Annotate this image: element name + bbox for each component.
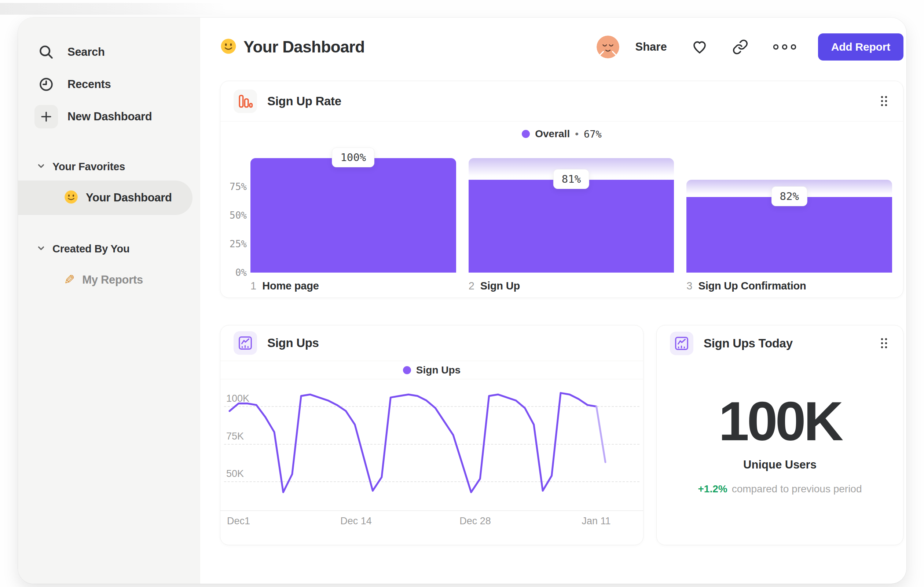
background-artifact <box>0 3 227 15</box>
funnel-bar-fill <box>469 180 674 273</box>
legend-label: Overall <box>535 128 570 140</box>
legend-dot <box>403 366 411 374</box>
funnel-step-name: Home page <box>262 280 319 292</box>
legend-value: 67% <box>584 128 602 140</box>
page-title: Your Dashboard <box>220 38 365 56</box>
funnel-bar: 100% <box>251 158 456 273</box>
funnel-step-name: Sign Up <box>480 280 520 292</box>
screen: Search Recents New Dashboard <box>0 0 924 587</box>
funnel-card: Sign Up Rate Overall • 67% 75%50%25%0% 1… <box>220 81 903 298</box>
sidebar-item-label: My Reports <box>82 273 143 286</box>
gridline <box>224 444 639 445</box>
funnel-value-tooltip: 100% <box>332 147 375 167</box>
sidebar-item-recents[interactable]: Recents <box>18 68 200 101</box>
stat-value: 100K <box>657 390 903 453</box>
gridline <box>224 406 639 407</box>
smiley-emoji-icon <box>220 38 237 56</box>
card-title: Sign Ups Today <box>704 336 793 351</box>
stat-card-header: Sign Ups Today <box>657 326 903 361</box>
drag-handle-icon[interactable] <box>878 335 890 351</box>
search-icon <box>35 40 58 64</box>
funnel-bar-fill <box>251 158 456 273</box>
avatar[interactable] <box>597 36 619 58</box>
section-label: Your Favorites <box>53 161 125 173</box>
chevron-down-icon <box>36 161 46 172</box>
share-button[interactable]: Share <box>635 40 667 54</box>
legend-separator: • <box>575 128 579 140</box>
clock-icon <box>35 73 58 96</box>
more-options-icon[interactable] <box>772 43 797 51</box>
cards-row: Sign Ups Sign Ups 100K75K50KDec1Dec 14De… <box>220 325 903 545</box>
funnel-y-tick: 25% <box>226 238 247 250</box>
funnel-y-tick: 0% <box>226 267 247 278</box>
line-x-tick: Dec 14 <box>340 516 372 527</box>
funnel-bar: 82% <box>686 158 892 273</box>
sidebar: Search Recents New Dashboard <box>18 18 200 584</box>
funnel-step-label: 3Sign Up Confirmation <box>686 280 892 292</box>
line-chart-card: Sign Ups Sign Ups 100K75K50KDec1Dec 14De… <box>220 325 644 545</box>
funnel-y-axis: 75%50%25%0% <box>226 158 247 273</box>
funnel-bar-fill <box>686 197 892 273</box>
funnel-y-tick: 75% <box>226 181 247 192</box>
stat-delta-row: +1.2%compared to previous period <box>657 483 903 495</box>
line-x-tick: Jan 11 <box>582 516 610 527</box>
link-icon[interactable] <box>732 39 748 55</box>
funnel-step-label: 1Home page <box>251 280 456 292</box>
section-your-favorites[interactable]: Your Favorites <box>18 155 200 178</box>
gridline <box>224 481 639 482</box>
stat-card: Sign Ups Today 100K Unique Users +1.2%co… <box>656 325 903 545</box>
chevron-down-icon <box>36 243 46 254</box>
funnel-step-name: Sign Up Confirmation <box>698 280 806 292</box>
line-chart-icon <box>670 332 693 355</box>
legend-dot <box>522 130 530 138</box>
section-created-by-you[interactable]: Created By You <box>18 238 200 260</box>
line-x-tick: Dec 28 <box>459 516 491 527</box>
topbar-actions: Share Add Report <box>597 33 904 61</box>
plus-icon <box>35 105 58 128</box>
funnel-value-tooltip: 81% <box>553 169 589 189</box>
funnel-y-tick: 50% <box>226 210 247 221</box>
line-y-tick: 50K <box>226 468 244 480</box>
funnel-bars: 100%81%82% <box>251 158 892 273</box>
line-card-header: Sign Ups <box>220 326 643 361</box>
sidebar-item-your-dashboard[interactable]: Your Dashboard <box>18 180 193 215</box>
stat-caption: compared to previous period <box>732 483 862 494</box>
app-window: Search Recents New Dashboard <box>18 18 906 584</box>
heart-icon[interactable] <box>691 38 708 55</box>
section-label: Created By You <box>53 243 129 255</box>
sidebar-item-label: Recents <box>68 78 111 91</box>
x-axis-line <box>220 510 643 511</box>
created-section: Created By You ✎ My Reports <box>18 238 200 297</box>
add-report-button[interactable]: Add Report <box>818 33 903 61</box>
favorites-section: Your Favorites Your Dashboard <box>18 155 200 215</box>
funnel-step-index: 2 <box>469 280 474 292</box>
line-y-tick: 100K <box>226 393 249 404</box>
stat-label: Unique Users <box>657 458 903 471</box>
drag-handle-icon[interactable] <box>878 93 890 109</box>
funnel-step-label: 2Sign Up <box>469 280 674 292</box>
card-title: Sign Ups <box>267 336 319 350</box>
funnel-step-index: 3 <box>686 280 692 292</box>
line-chart-icon <box>234 331 257 355</box>
sidebar-item-new-dashboard[interactable]: New Dashboard <box>18 101 200 133</box>
legend-label: Sign Ups <box>416 364 460 376</box>
card-title: Sign Up Rate <box>267 94 342 108</box>
pencil-icon: ✎ <box>64 272 75 288</box>
funnel-step-labels: 1Home page2Sign Up3Sign Up Confirmation <box>251 280 892 292</box>
sidebar-item-search[interactable]: Search <box>18 36 200 68</box>
funnel-legend: Overall • 67% <box>220 128 903 140</box>
sidebar-item-label: Your Dashboard <box>86 191 172 204</box>
line-legend: Sign Ups <box>220 361 643 379</box>
line-y-tick: 75K <box>226 431 244 442</box>
page-title-text: Your Dashboard <box>243 38 365 56</box>
funnel-card-header: Sign Up Rate <box>220 81 903 121</box>
line-x-tick: Dec1 <box>227 516 250 527</box>
smiley-emoji-icon <box>64 190 78 206</box>
funnel-bar: 81% <box>469 158 674 273</box>
main-content: Your Dashboard Share <box>200 18 906 584</box>
sidebar-item-label: New Dashboard <box>68 110 152 123</box>
funnel-value-tooltip: 82% <box>771 186 807 206</box>
sidebar-item-my-reports[interactable]: ✎ My Reports <box>18 263 193 297</box>
sidebar-item-label: Search <box>68 45 105 59</box>
funnel-chart-icon <box>234 89 257 113</box>
